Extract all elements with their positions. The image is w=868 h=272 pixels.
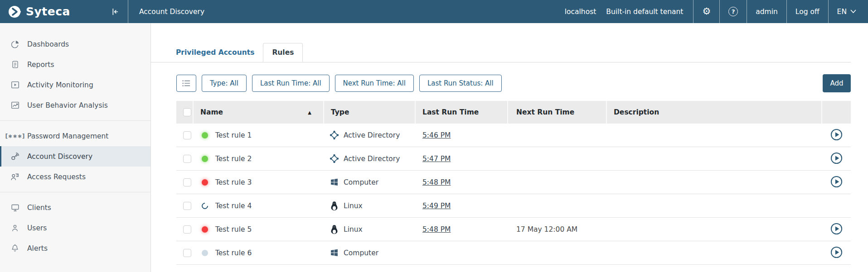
row-checkbox[interactable] <box>183 178 191 186</box>
sidebar-item-access-requests[interactable]: ?Access Requests <box>0 167 150 187</box>
language-selector[interactable]: EN <box>828 0 868 23</box>
filter-type[interactable]: Type: All <box>202 75 247 92</box>
play-circle-icon <box>830 176 843 189</box>
windows-icon <box>329 177 339 187</box>
table-row: Test rule 5Linux5:48 PM17 May 12:00 AM <box>176 218 851 241</box>
column-header-type[interactable]: Type <box>324 101 416 124</box>
rule-name-label: Test rule 6 <box>215 249 252 257</box>
topbar-right: localhost Built-in default tenant ⚙ ? ad… <box>565 0 868 23</box>
active-directory-icon <box>329 130 339 140</box>
status-running-spinner <box>200 201 209 210</box>
bell-icon <box>10 243 20 253</box>
monitor-icon <box>10 203 20 212</box>
column-header-description[interactable]: Description <box>607 101 822 124</box>
syteca-logo-icon <box>8 5 22 19</box>
row-checkbox[interactable] <box>183 249 191 257</box>
column-header-next-run-time[interactable]: Next Run Time <box>508 101 607 124</box>
last-run-time-link[interactable]: 5:46 PM <box>422 131 451 139</box>
row-checkbox[interactable] <box>183 225 191 234</box>
rule-type-label: Active Directory <box>344 131 400 139</box>
column-header-name[interactable]: Name ▲ <box>194 101 324 124</box>
sidebar-item-label: Alerts <box>27 244 48 253</box>
row-actions-cell <box>822 129 850 142</box>
syteca-logo: Syteca <box>8 5 70 19</box>
help-button[interactable]: ? <box>719 0 747 23</box>
play-circle-icon <box>830 223 843 236</box>
brand-section: Syteca <box>0 0 128 23</box>
status-error-dot <box>202 179 208 186</box>
add-rule-button[interactable]: Add <box>823 74 851 92</box>
table-row: Test rule 4Linux5:49 PM <box>176 194 851 218</box>
tenant-label: Built-in default tenant <box>606 0 683 23</box>
rule-name-label: Test rule 2 <box>215 155 252 163</box>
last-run-time-cell: 5:47 PM <box>416 155 508 163</box>
sidebar-item-password-management[interactable]: [∗∗∗]Password Management <box>0 126 150 146</box>
sidebar-item-users[interactable]: Users <box>0 218 150 238</box>
person-icon <box>10 224 20 233</box>
table-row: Test rule 6Computer <box>176 241 851 265</box>
user-menu[interactable]: admin <box>747 0 786 23</box>
sidebar-item-label: Access Requests <box>27 173 86 181</box>
filter-toolbar: Type: All Last Run Time: All Next Run Ti… <box>176 74 851 92</box>
tab-bar: Privileged Accounts Rules <box>151 43 851 62</box>
svg-text:?: ? <box>16 173 18 176</box>
play-circle-icon <box>830 246 843 260</box>
rule-type-label: Linux <box>344 202 363 210</box>
last-run-time-link[interactable]: 5:48 PM <box>422 178 451 186</box>
sidebar-item-label: User Behavior Analysis <box>27 101 108 110</box>
tab-rules[interactable]: Rules <box>263 43 303 62</box>
last-run-time-link[interactable]: 5:47 PM <box>422 155 451 163</box>
sidebar-item-account-discovery[interactable]: Account Discovery <box>0 146 150 167</box>
run-rule-button[interactable] <box>830 176 843 189</box>
status-none-dot <box>202 250 208 256</box>
run-rule-button[interactable] <box>830 246 843 260</box>
select-all-checkbox[interactable] <box>183 108 191 116</box>
run-rule-button[interactable] <box>830 223 843 236</box>
document-icon <box>10 60 20 69</box>
key-signal-icon <box>10 152 20 162</box>
tab-privileged-accounts[interactable]: Privileged Accounts <box>167 43 263 62</box>
rule-type-label: Active Directory <box>344 155 400 163</box>
row-checkbox[interactable] <box>183 155 191 163</box>
body-row: DashboardsReportsActivity MonitoringUser… <box>0 23 868 272</box>
rule-type-cell: Computer <box>324 248 416 258</box>
last-run-time-link[interactable]: 5:49 PM <box>422 202 451 210</box>
row-actions-cell <box>822 152 850 166</box>
sidebar-item-label: Reports <box>27 61 54 69</box>
rule-type-label: Computer <box>344 249 378 257</box>
rule-type-cell: Computer <box>324 177 416 187</box>
view-options-button[interactable] <box>176 75 196 92</box>
rule-name-cell: Test rule 4 <box>194 202 324 210</box>
sidebar-item-clients[interactable]: Clients <box>0 197 150 218</box>
rule-type-cell: Active Directory <box>324 153 416 164</box>
sidebar-item-reports[interactable]: Reports <box>0 54 150 75</box>
sidebar-item-user-behavior-analysis[interactable]: User Behavior Analysis <box>0 95 150 115</box>
logoff-button[interactable]: Log off <box>786 0 828 23</box>
sidebar-item-dashboards[interactable]: Dashboards <box>0 34 150 54</box>
column-header-last-run-time[interactable]: Last Run Time <box>416 101 508 124</box>
sidebar-collapse-button[interactable] <box>108 5 121 19</box>
run-rule-button[interactable] <box>830 152 843 166</box>
collapse-left-icon <box>110 7 120 17</box>
sidebar-item-activity-monitoring[interactable]: Activity Monitoring <box>0 75 150 95</box>
table-body: Test rule 1Active Directory5:46 PMTest r… <box>176 124 851 265</box>
settings-button[interactable]: ⚙ <box>693 0 719 23</box>
main-content: Privileged Accounts Rules Type: All Last… <box>151 23 868 272</box>
run-rule-button[interactable] <box>830 129 843 142</box>
column-header-actions <box>822 101 850 124</box>
last-run-time-link[interactable]: 5:48 PM <box>422 225 451 234</box>
app-root: Syteca Account Discovery localhost Built… <box>0 0 868 272</box>
help-icon: ? <box>728 7 738 16</box>
filter-last-run-time[interactable]: Last Run Time: All <box>252 75 330 92</box>
sidebar-divider <box>0 120 150 121</box>
rule-type-label: Computer <box>344 178 378 186</box>
rule-name-label: Test rule 1 <box>215 131 252 139</box>
row-checkbox[interactable] <box>183 202 191 210</box>
sidebar-item-alerts[interactable]: Alerts <box>0 238 150 258</box>
row-checkbox-cell <box>176 155 194 163</box>
sort-asc-icon: ▲ <box>308 110 311 115</box>
filter-last-run-status[interactable]: Last Run Status: All <box>419 75 502 92</box>
rule-name-label: Test rule 4 <box>215 202 252 210</box>
row-checkbox[interactable] <box>183 131 191 139</box>
filter-next-run-time[interactable]: Next Run Time: All <box>335 75 414 92</box>
